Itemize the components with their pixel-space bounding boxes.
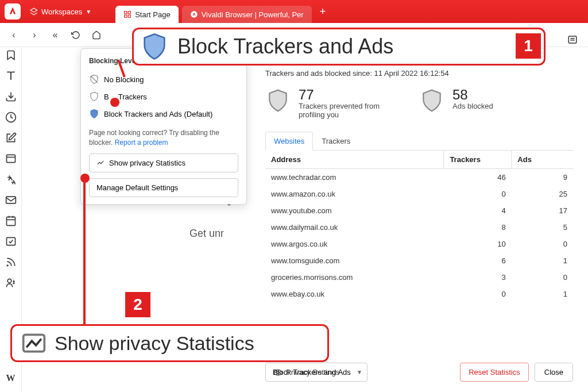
notes-icon[interactable] xyxy=(5,132,17,144)
vivaldi-favicon-icon xyxy=(190,10,198,18)
privacy-settings-button[interactable]: Privacy Settings xyxy=(265,363,347,382)
reading-list-icon[interactable] xyxy=(5,70,17,82)
svg-point-22 xyxy=(13,283,14,284)
chart-line-icon xyxy=(21,330,47,356)
svg-rect-2 xyxy=(128,11,130,14)
cell-trackers: 8 xyxy=(444,219,512,236)
table-row[interactable]: www.dailymail.co.uk85 xyxy=(265,219,573,236)
cell-trackers: 4 xyxy=(444,202,512,219)
feeds-icon[interactable] xyxy=(5,256,17,268)
svg-rect-18 xyxy=(6,237,15,245)
shield-icon xyxy=(419,88,444,113)
annotation-dot xyxy=(80,174,90,183)
cell-ads: 17 xyxy=(512,202,573,219)
forward-button[interactable]: › xyxy=(28,28,41,42)
vivaldi-logo[interactable] xyxy=(5,3,21,20)
tab-strip: Workspaces ▼ Start Page Vivaldi Browser … xyxy=(0,0,588,23)
workspaces-button[interactable]: Workspaces ▼ xyxy=(24,5,97,18)
shield-off-icon xyxy=(89,74,99,84)
cell-ads: 1 xyxy=(512,286,573,302)
svg-point-21 xyxy=(13,281,14,282)
tab-vivaldi-site[interactable]: Vivaldi Browser | Powerful, Per xyxy=(182,6,312,23)
bookmarks-icon[interactable] xyxy=(5,49,17,61)
calendar-icon[interactable] xyxy=(5,215,17,226)
report-problem-link[interactable]: Report a problem xyxy=(115,139,168,147)
col-address[interactable]: Address xyxy=(265,151,444,169)
callout-block-trackers-ads: Block Trackers and Ads xyxy=(132,28,546,66)
option-block-trackers-ads[interactable]: Block Trackers and Ads (Default) xyxy=(89,105,238,122)
annotation-number-1: 1 xyxy=(516,33,541,59)
reload-button[interactable] xyxy=(69,28,83,42)
svg-rect-4 xyxy=(128,15,130,17)
new-tab-button[interactable]: + xyxy=(315,6,331,18)
translate-icon[interactable] xyxy=(5,174,17,185)
callout-text: Block Trackers and Ads xyxy=(177,34,393,59)
svg-rect-13 xyxy=(6,197,16,203)
close-button[interactable]: Close xyxy=(535,363,573,382)
button-label: Manage Default Settings xyxy=(96,183,178,192)
downloads-icon[interactable] xyxy=(5,91,17,102)
home-button[interactable] xyxy=(90,28,103,42)
svg-marker-0 xyxy=(30,8,37,12)
button-label: Show privacy Statistics xyxy=(109,159,185,167)
tab-label: Vivaldi Browser | Powerful, Per xyxy=(202,10,304,19)
shield-icon xyxy=(140,32,169,62)
cell-address: www.amazon.co.uk xyxy=(265,186,444,202)
table-row[interactable]: www.ebay.co.uk01 xyxy=(265,286,573,302)
tab-start-page[interactable]: Start Page xyxy=(115,6,178,23)
svg-rect-1 xyxy=(125,11,127,14)
manage-default-settings-button[interactable]: Manage Default Settings xyxy=(89,178,238,197)
table-row[interactable]: groceries.morrisons.com30 xyxy=(265,269,573,286)
blocking-level-popup: Blocking Level on No Blocking BTrackers … xyxy=(80,48,247,205)
cell-ads: 5 xyxy=(512,219,573,236)
background-text-fragment: Get unr xyxy=(189,228,224,240)
option-label: Block Trackers and Ads (Default) xyxy=(104,110,212,118)
reader-mode-icon[interactable] xyxy=(567,34,578,45)
home-icon xyxy=(92,30,101,40)
option-no-blocking[interactable]: No Blocking xyxy=(89,71,238,88)
tab-trackers[interactable]: Trackers xyxy=(313,132,359,150)
table-row[interactable]: www.argos.co.uk100 xyxy=(265,236,573,252)
cell-trackers: 10 xyxy=(444,236,512,252)
back-button[interactable]: ‹ xyxy=(7,28,21,42)
ads-blocked-stat: 58 Ads blocked xyxy=(419,88,493,119)
annotation-line xyxy=(83,180,86,330)
cell-address: www.ebay.co.uk xyxy=(265,286,444,302)
stat-label: Ads blocked xyxy=(452,102,493,110)
stats-tabs: Websites Trackers xyxy=(265,132,573,151)
table-row[interactable]: www.techradar.com469 xyxy=(265,169,573,186)
col-trackers[interactable]: Trackers xyxy=(444,151,512,169)
wikipedia-icon[interactable]: W xyxy=(5,372,17,384)
stack-icon xyxy=(30,7,38,16)
table-row[interactable]: www.youtube.com417 xyxy=(265,202,573,219)
cell-ads: 0 xyxy=(512,236,573,252)
cell-trackers: 46 xyxy=(444,169,512,186)
show-privacy-stats-button[interactable]: Show privacy Statistics xyxy=(89,153,238,172)
stats-table: Address Trackers Ads www.techradar.com46… xyxy=(265,151,573,302)
history-icon[interactable] xyxy=(5,112,17,123)
cell-address: www.dailymail.co.uk xyxy=(265,219,444,236)
reload-icon xyxy=(71,30,80,40)
reset-statistics-button[interactable]: Reset Statistics xyxy=(460,363,529,382)
cell-address: www.tomsguide.com xyxy=(265,252,444,269)
cell-trackers: 0 xyxy=(444,286,512,302)
stats-since-text: Trackers and ads blocked since: 11 April… xyxy=(265,69,573,78)
tasks-icon[interactable] xyxy=(5,236,17,247)
table-row[interactable]: www.amazon.co.uk025 xyxy=(265,186,573,202)
svg-rect-14 xyxy=(6,217,15,225)
mail-icon[interactable] xyxy=(5,194,17,206)
col-ads[interactable]: Ads xyxy=(512,151,573,169)
stat-number: 77 xyxy=(299,88,385,102)
window-panel-icon[interactable] xyxy=(5,153,17,164)
table-row[interactable]: www.tomsguide.com61 xyxy=(265,252,573,269)
annotation-dot xyxy=(110,98,119,107)
chevron-down-icon: ▼ xyxy=(86,9,91,15)
stat-label: Trackers prevented from profiling you xyxy=(299,102,385,119)
contacts-icon[interactable] xyxy=(5,277,17,289)
cell-address: www.argos.co.uk xyxy=(265,236,444,252)
cell-trackers: 0 xyxy=(444,186,512,202)
tab-websites[interactable]: Websites xyxy=(265,132,313,151)
rewind-button[interactable]: « xyxy=(48,28,62,42)
grid-icon xyxy=(123,10,131,18)
cell-address: www.youtube.com xyxy=(265,202,444,219)
